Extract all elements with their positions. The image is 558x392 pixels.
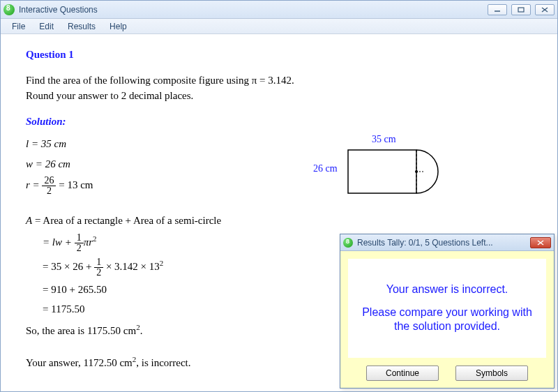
fraction-r: 262	[42, 176, 56, 196]
close-icon	[537, 240, 544, 246]
figure-height-label: 26 cm	[313, 161, 338, 176]
svg-rect-4	[348, 150, 416, 193]
window-title: Interactive Questions	[19, 5, 98, 15]
dialog-titlebar: Results Tally: 0/1, 5 Questions Left...	[340, 234, 554, 251]
question-heading: Question 1	[26, 47, 532, 63]
close-icon	[541, 7, 548, 13]
solution-label: Solution:	[26, 114, 532, 130]
titlebar: Interactive Questions	[1, 1, 557, 19]
window-controls	[488, 4, 555, 15]
main-window: Interactive Questions File Edit Results …	[0, 0, 558, 392]
menu-results[interactable]: Results	[61, 20, 103, 33]
minimize-button[interactable]	[488, 4, 507, 15]
maximize-button[interactable]	[511, 4, 531, 15]
symbols-button[interactable]: Symbols	[455, 365, 528, 381]
results-dialog: Results Tally: 0/1, 5 Questions Left... …	[340, 234, 555, 389]
dialog-icon	[343, 238, 353, 248]
dialog-message: Your answer is incorrect. Please compare…	[347, 258, 547, 359]
minimize-icon	[494, 7, 501, 13]
menu-help[interactable]: Help	[103, 20, 134, 33]
menubar: File Edit Results Help	[1, 19, 557, 34]
composite-figure: 35 cm 26 cm	[322, 132, 461, 209]
dialog-body: Your answer is incorrect. Please compare…	[340, 251, 554, 388]
close-button[interactable]	[535, 4, 555, 15]
dialog-close-button[interactable]	[530, 237, 551, 248]
dialog-buttons: Continue Symbols	[347, 359, 547, 381]
question-prompt-1: Find the area of the following composite…	[26, 73, 532, 89]
menu-file[interactable]: File	[5, 20, 32, 33]
svg-rect-1	[518, 8, 524, 12]
dialog-msg-2: Please compare your working with the sol…	[356, 306, 538, 335]
maximize-icon	[518, 7, 525, 13]
dialog-title-text: Results Tally: 0/1, 5 Questions Left...	[357, 238, 493, 248]
question-prompt-2: Round your answer to 2 decimal places.	[26, 88, 532, 104]
menu-edit[interactable]: Edit	[32, 20, 61, 33]
question-body: Find the area of the following composite…	[26, 73, 532, 104]
app-icon	[3, 4, 15, 15]
continue-button[interactable]: Continue	[366, 365, 439, 381]
figure-svg	[345, 144, 478, 221]
dialog-msg-1: Your answer is incorrect.	[386, 282, 508, 297]
